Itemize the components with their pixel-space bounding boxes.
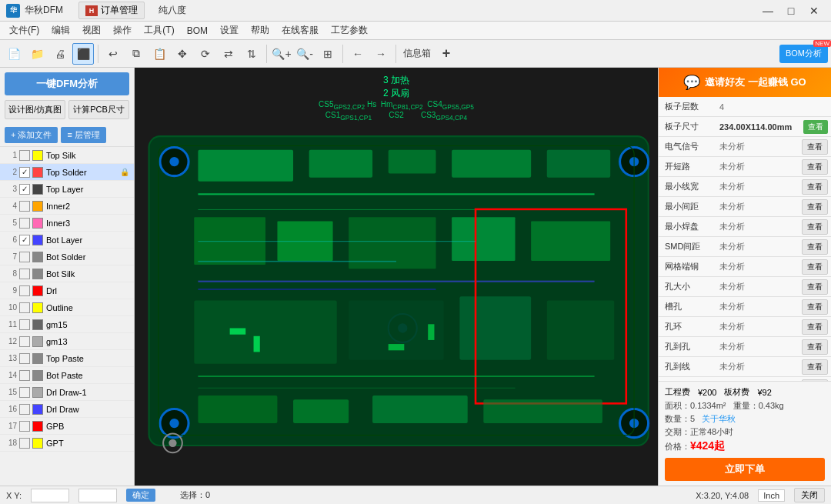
layer-row[interactable]: 9Drl	[0, 282, 134, 299]
menu-item-t[interactable]: 工具(T)	[138, 22, 180, 38]
query-button[interactable]: 查看	[802, 299, 828, 315]
arrow-right-button[interactable]: →	[370, 43, 392, 65]
order-management[interactable]: H 订单管理	[78, 2, 145, 19]
design-sim-button[interactable]: 设计图/仿真图	[5, 100, 65, 119]
query-button[interactable]: 查看	[802, 339, 828, 355]
layer-checkbox[interactable]	[19, 438, 30, 449]
copy-button[interactable]: ⧉	[125, 43, 147, 65]
menu-item-[interactable]: 在线客服	[275, 22, 325, 38]
close-button[interactable]: ✕	[803, 3, 825, 18]
pcb-canvas-area[interactable]: 3 加热 2 风扇 CS5GPS2,CP2 Hs HmCP81,CP2 CS4G…	[135, 68, 658, 486]
menu-item-f[interactable]: 文件(F)	[3, 22, 45, 38]
menu-item-[interactable]: 工艺参数	[325, 22, 374, 38]
maximize-button[interactable]: □	[780, 3, 802, 18]
query-button[interactable]: 查看	[802, 259, 828, 275]
layer-checkbox[interactable]	[19, 319, 30, 330]
layer-checkbox[interactable]	[19, 285, 30, 296]
svg-rect-25	[198, 281, 594, 282]
layer-checkbox[interactable]	[19, 353, 30, 364]
layer-row[interactable]: 10Outline	[0, 299, 134, 316]
query-button[interactable]: 查看	[802, 199, 828, 215]
layer-row[interactable]: 5Inner3	[0, 215, 134, 232]
query-button[interactable]: 查看	[802, 179, 828, 195]
paste-button[interactable]: 📋	[149, 43, 170, 65]
query-button[interactable]: 查看	[802, 279, 828, 295]
layer-checkbox[interactable]	[19, 218, 30, 229]
layer-row[interactable]: 14Bot Paste	[0, 367, 134, 384]
menu-item-[interactable]: 帮助	[245, 22, 275, 38]
query-button[interactable]: 查看	[802, 319, 828, 335]
order-now-button[interactable]: 立即下单	[665, 458, 825, 481]
calc-pcb-button[interactable]: 计算PCB尺寸	[68, 100, 129, 119]
zoom-in-button[interactable]: 🔍+	[271, 43, 292, 65]
query-button[interactable]: 查看	[803, 120, 828, 134]
layer-checkbox[interactable]	[19, 167, 30, 178]
layer-name-label: Bot Solder	[46, 252, 131, 262]
layer-row[interactable]: 7Bot Solder	[0, 249, 134, 265]
layer-management-button[interactable]: ≡ 层管理	[61, 127, 105, 143]
layer-color-swatch	[32, 252, 43, 262]
layer-checkbox[interactable]	[19, 387, 30, 398]
new-file-button[interactable]: 📄	[3, 43, 25, 65]
bom-analysis-button[interactable]: NEW BOM分析	[779, 45, 828, 63]
layer-checkbox[interactable]	[19, 252, 30, 262]
menu-item-[interactable]: 设置	[214, 22, 245, 38]
layer-row[interactable]: 1Top Silk	[0, 147, 134, 164]
zoom-out-button[interactable]: 🔍-	[294, 43, 315, 65]
layer-checkbox[interactable]	[19, 404, 30, 415]
layer-row[interactable]: 17GPB	[0, 418, 134, 435]
mirror-button[interactable]: ⇅	[241, 43, 262, 65]
add-file-button[interactable]: + 添加文件	[5, 127, 58, 143]
query-button[interactable]: 查看	[802, 219, 828, 235]
layer-checkbox[interactable]	[19, 302, 30, 313]
flip-button[interactable]: ⇄	[218, 43, 239, 65]
layer-checkbox[interactable]	[19, 370, 30, 381]
move-button[interactable]: ✥	[172, 43, 193, 65]
x-input[interactable]	[31, 489, 69, 502]
fit-button[interactable]: ⊞	[317, 43, 339, 65]
layer-row[interactable]: 16Drl Draw	[0, 401, 134, 418]
query-button[interactable]: 查看	[802, 139, 828, 155]
layer-color-swatch	[32, 184, 43, 195]
layer-checkbox[interactable]	[19, 201, 30, 212]
layer-row[interactable]: 2Top Solder🔒	[0, 164, 134, 181]
layer-checkbox[interactable]	[19, 421, 30, 432]
menu-item-[interactable]: 视图	[76, 22, 107, 38]
arrow-left-button[interactable]: ←	[347, 43, 369, 65]
menu-item-[interactable]: 操作	[107, 22, 138, 38]
minimize-button[interactable]: —	[757, 3, 779, 18]
layer-row[interactable]: 12gm13	[0, 333, 134, 350]
layer-row[interactable]: 13Top Paste	[0, 350, 134, 367]
y-input[interactable]	[78, 489, 117, 502]
invite-banner[interactable]: 💬 邀请好友 一起赚钱 GO	[659, 68, 831, 97]
info-row-value: 4	[716, 102, 831, 112]
dfm-analysis-button[interactable]: 一键DFM分析	[5, 72, 129, 95]
layer-checkbox[interactable]	[19, 184, 30, 195]
layer-row[interactable]: 15Drl Draw-1	[0, 384, 134, 401]
open-file-button[interactable]: 📁	[26, 43, 48, 65]
query-button[interactable]: 查看	[802, 159, 828, 175]
layer-row[interactable]: 8Bot Silk	[0, 265, 134, 282]
query-button[interactable]: 查看	[802, 239, 828, 255]
huaqiu-link[interactable]: 关于华秋	[702, 414, 736, 423]
layer-checkbox[interactable]	[19, 336, 30, 347]
layer-row[interactable]: 18GPT	[0, 435, 134, 452]
close-button[interactable]: 关闭	[794, 488, 825, 502]
rotate-button[interactable]: ⟳	[195, 43, 216, 65]
undo-button[interactable]: ↩	[102, 43, 124, 65]
layer-checkbox[interactable]	[19, 235, 30, 245]
layer-checkbox[interactable]	[19, 269, 30, 279]
print-button[interactable]: 🖨	[49, 43, 71, 65]
layer-row[interactable]: 3Top Layer	[0, 181, 134, 198]
layer-checkbox[interactable]	[19, 150, 30, 161]
menu-item-[interactable]: 编辑	[45, 22, 76, 38]
menu-item-bom[interactable]: BOM	[181, 24, 214, 38]
active-button[interactable]: ⬛	[72, 43, 94, 65]
layer-row[interactable]: 6Bot Layer	[0, 232, 134, 249]
layer-row[interactable]: 4Inner2	[0, 198, 134, 215]
confirm-button[interactable]: 确定	[126, 489, 155, 502]
query-button[interactable]: 查看	[802, 359, 828, 375]
layer-row[interactable]: 11gm15	[0, 316, 134, 333]
material-fee-label: 板材费	[724, 386, 749, 398]
add-tab-button[interactable]: +	[436, 43, 457, 65]
